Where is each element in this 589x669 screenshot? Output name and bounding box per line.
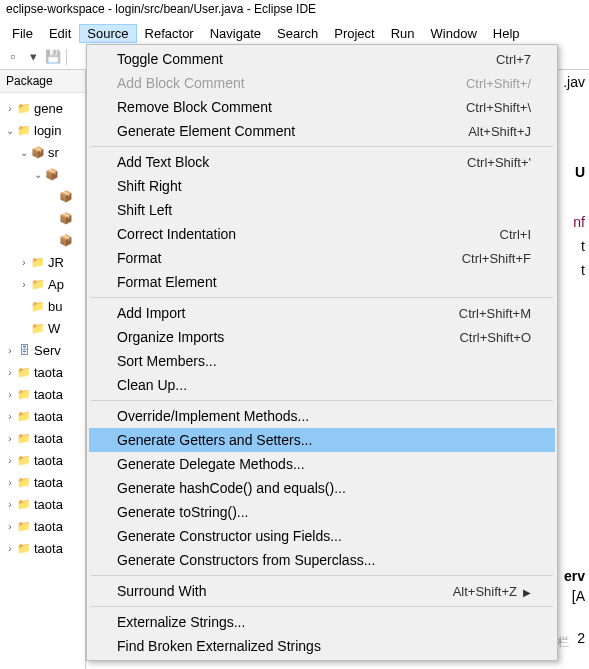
menubar-item-project[interactable]: Project xyxy=(326,24,382,43)
expand-icon[interactable]: › xyxy=(4,345,16,356)
tree-item[interactable]: ›📁JR xyxy=(0,251,85,273)
folder-icon: 📁 xyxy=(16,364,32,380)
menubar-item-source[interactable]: Source xyxy=(79,24,136,43)
menu-item-generate-hashcode-and-equals[interactable]: Generate hashCode() and equals()... xyxy=(89,476,555,500)
expand-icon[interactable]: › xyxy=(4,411,16,422)
menubar-item-window[interactable]: Window xyxy=(423,24,485,43)
tree-item[interactable]: ›📁taota xyxy=(0,427,85,449)
menu-item-externalize-strings[interactable]: Externalize Strings... xyxy=(89,610,555,634)
expand-icon[interactable]: › xyxy=(4,499,16,510)
folder-icon: 📁 xyxy=(16,386,32,402)
menu-item-generate-constructors-from-superclass[interactable]: Generate Constructors from Superclass... xyxy=(89,548,555,572)
tree-item[interactable]: ›📁taota xyxy=(0,361,85,383)
menu-item-label: Generate Constructors from Superclass... xyxy=(117,552,375,568)
folder-icon: 📁 xyxy=(30,320,46,336)
dropdown-icon[interactable]: ▾ xyxy=(24,48,42,66)
new-icon[interactable]: ▫ xyxy=(4,48,22,66)
save-icon[interactable]: 💾 xyxy=(44,48,62,66)
menu-item-add-block-comment: Add Block CommentCtrl+Shift+/ xyxy=(89,71,555,95)
menu-item-shortcut: Ctrl+Shift+' xyxy=(467,155,531,170)
tree-item-label: taota xyxy=(34,519,63,534)
menubar-item-search[interactable]: Search xyxy=(269,24,326,43)
tree-item[interactable]: 📦 xyxy=(0,207,85,229)
menu-item-remove-block-comment[interactable]: Remove Block CommentCtrl+Shift+\ xyxy=(89,95,555,119)
menu-item-sort-members[interactable]: Sort Members... xyxy=(89,349,555,373)
editor-fragment: erv xyxy=(564,568,585,584)
expand-icon[interactable]: › xyxy=(4,521,16,532)
menu-item-generate-getters-and-setters[interactable]: Generate Getters and Setters... xyxy=(89,428,555,452)
menu-item-shortcut: Ctrl+Shift+F xyxy=(462,251,531,266)
expand-icon[interactable]: ⌄ xyxy=(18,147,30,158)
tree-item[interactable]: 📦 xyxy=(0,185,85,207)
expand-icon[interactable]: › xyxy=(4,367,16,378)
menu-item-clean-up[interactable]: Clean Up... xyxy=(89,373,555,397)
menubar-item-refactor[interactable]: Refactor xyxy=(137,24,202,43)
menubar-item-edit[interactable]: Edit xyxy=(41,24,79,43)
menu-item-format-element[interactable]: Format Element xyxy=(89,270,555,294)
menu-item-generate-element-comment[interactable]: Generate Element CommentAlt+Shift+J xyxy=(89,119,555,143)
tree-item[interactable]: ›📁taota xyxy=(0,405,85,427)
folder-icon: 📁 xyxy=(16,122,32,138)
tree-item[interactable]: 📁W xyxy=(0,317,85,339)
menu-item-toggle-comment[interactable]: Toggle CommentCtrl+7 xyxy=(89,47,555,71)
menu-item-generate-delegate-methods[interactable]: Generate Delegate Methods... xyxy=(89,452,555,476)
window-title: eclipse-workspace - login/src/bean/User.… xyxy=(0,0,589,22)
menu-item-organize-imports[interactable]: Organize ImportsCtrl+Shift+O xyxy=(89,325,555,349)
expand-icon[interactable]: › xyxy=(4,389,16,400)
tree-item[interactable]: 📁bu xyxy=(0,295,85,317)
menu-item-add-import[interactable]: Add ImportCtrl+Shift+M xyxy=(89,301,555,325)
tree-item[interactable]: ›📁taota xyxy=(0,471,85,493)
tree-item[interactable]: ⌄📦sr xyxy=(0,141,85,163)
tree-item[interactable]: ⌄📦 xyxy=(0,163,85,185)
tree-item[interactable]: 📦 xyxy=(0,229,85,251)
menu-item-shift-right[interactable]: Shift Right xyxy=(89,174,555,198)
tree-item[interactable]: ›🗄Serv xyxy=(0,339,85,361)
menu-item-shortcut: Ctrl+Shift+\ xyxy=(466,100,531,115)
expand-icon[interactable]: › xyxy=(18,279,30,290)
folder-icon: 📁 xyxy=(16,496,32,512)
expand-icon[interactable]: ⌄ xyxy=(4,125,16,136)
expand-icon[interactable]: › xyxy=(18,257,30,268)
expand-icon[interactable]: ⌄ xyxy=(32,169,44,180)
menu-item-find-broken-externalized-strings[interactable]: Find Broken Externalized Strings xyxy=(89,634,555,658)
tree-item[interactable]: ›📁taota xyxy=(0,383,85,405)
expand-icon[interactable]: › xyxy=(4,433,16,444)
package-explorer: Package ›📁gene⌄📁login⌄📦sr⌄📦📦📦📦›📁JR›📁Ap📁b… xyxy=(0,70,86,669)
menu-item-shortcut: Ctrl+7 xyxy=(496,52,531,67)
expand-icon[interactable]: › xyxy=(4,103,16,114)
project-tree[interactable]: ›📁gene⌄📁login⌄📦sr⌄📦📦📦📦›📁JR›📁Ap📁bu📁W›🗄Ser… xyxy=(0,93,85,563)
folder-icon: 📁 xyxy=(30,254,46,270)
menubar-item-run[interactable]: Run xyxy=(383,24,423,43)
editor-fragment: nf xyxy=(573,214,585,230)
expand-icon[interactable]: › xyxy=(4,455,16,466)
tree-item[interactable]: ›📁gene xyxy=(0,97,85,119)
editor-fragment: 2 xyxy=(577,630,585,646)
tree-item[interactable]: ›📁taota xyxy=(0,493,85,515)
menu-item-format[interactable]: FormatCtrl+Shift+F xyxy=(89,246,555,270)
menu-item-label: Remove Block Comment xyxy=(117,99,272,115)
menu-item-generate-tostring[interactable]: Generate toString()... xyxy=(89,500,555,524)
folder-icon: 📁 xyxy=(16,540,32,556)
menu-item-generate-constructor-using-fields[interactable]: Generate Constructor using Fields... xyxy=(89,524,555,548)
source-menu: Toggle CommentCtrl+7Add Block CommentCtr… xyxy=(86,44,558,661)
tree-item[interactable]: ⌄📁login xyxy=(0,119,85,141)
tree-item[interactable]: ›📁taota xyxy=(0,537,85,559)
pkg-icon: 📦 xyxy=(44,166,60,182)
tree-item[interactable]: ›📁taota xyxy=(0,449,85,471)
tree-item[interactable]: ›📁Ap xyxy=(0,273,85,295)
expand-icon[interactable]: › xyxy=(4,477,16,488)
menu-item-add-text-block[interactable]: Add Text BlockCtrl+Shift+' xyxy=(89,150,555,174)
menubar-item-file[interactable]: File xyxy=(4,24,41,43)
menu-item-label: Add Text Block xyxy=(117,154,209,170)
menu-item-shortcut: Ctrl+I xyxy=(500,227,531,242)
menu-item-shift-left[interactable]: Shift Left xyxy=(89,198,555,222)
tree-item[interactable]: ›📁taota xyxy=(0,515,85,537)
menu-item-surround-with[interactable]: Surround WithAlt+Shift+Z▶ xyxy=(89,579,555,603)
menu-separator xyxy=(91,297,553,298)
menu-item-label: Format Element xyxy=(117,274,217,290)
expand-icon[interactable]: › xyxy=(4,543,16,554)
menubar-item-navigate[interactable]: Navigate xyxy=(202,24,269,43)
menu-item-override-implement-methods[interactable]: Override/Implement Methods... xyxy=(89,404,555,428)
menu-item-correct-indentation[interactable]: Correct IndentationCtrl+I xyxy=(89,222,555,246)
menubar-item-help[interactable]: Help xyxy=(485,24,528,43)
